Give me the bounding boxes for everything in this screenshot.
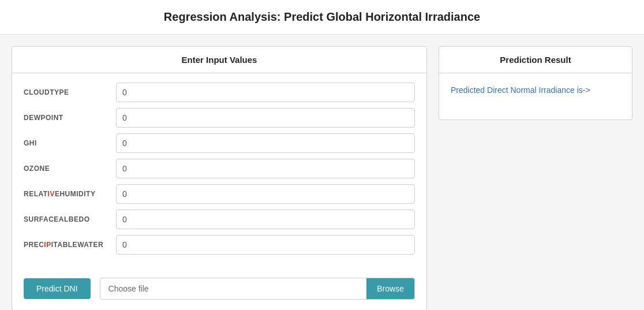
- label-precipitablewater: PRECIPITABLEWATER: [24, 241, 116, 249]
- highlight-relativehumidity: IV: [48, 190, 55, 198]
- page-header: Regression Analysis: Predict Global Hori…: [0, 0, 644, 35]
- field-row-dewpoint: DEWPOINT: [24, 108, 415, 128]
- field-row-relativehumidity: RELATIVEHUMIDITY: [24, 184, 415, 204]
- result-text: Predicted Direct Normal Irradiance is->: [451, 85, 590, 95]
- input-cloudtype[interactable]: [116, 83, 415, 102]
- input-fields: CLOUDTYPE DEWPOINT GHI OZONE RELATIVEHUM…: [12, 73, 426, 270]
- input-ghi[interactable]: [116, 133, 415, 153]
- input-precipitablewater[interactable]: [116, 235, 415, 255]
- highlight-precipitablewater: IP: [44, 241, 51, 249]
- label-ghi: GHI: [24, 139, 116, 147]
- actions-row: Predict DNI Choose file Browse: [12, 270, 426, 310]
- field-row-surfacealbedo: SURFACEALBEDO: [24, 210, 415, 229]
- input-panel: Enter Input Values CLOUDTYPE DEWPOINT GH…: [12, 46, 427, 310]
- result-panel: Prediction Result Predicted Direct Norma…: [439, 46, 632, 120]
- result-content: Predicted Direct Normal Irradiance is->: [439, 73, 632, 119]
- field-row-ozone: OZONE: [24, 159, 415, 178]
- label-ozone: OZONE: [24, 165, 116, 173]
- label-surfacealbedo: SURFACEALBEDO: [24, 215, 116, 223]
- input-surfacealbedo[interactable]: [116, 210, 415, 229]
- file-input-wrapper: Choose file Browse: [100, 278, 415, 300]
- page-title: Regression Analysis: Predict Global Hori…: [12, 10, 632, 24]
- choose-file-label[interactable]: Choose file: [100, 279, 367, 298]
- input-ozone[interactable]: [116, 159, 415, 178]
- input-panel-heading: Enter Input Values: [12, 47, 426, 73]
- result-panel-heading: Prediction Result: [439, 47, 632, 73]
- field-row-ghi: GHI: [24, 133, 415, 153]
- label-relativehumidity: RELATIVEHUMIDITY: [24, 190, 116, 198]
- main-content: Enter Input Values CLOUDTYPE DEWPOINT GH…: [0, 35, 644, 310]
- browse-button[interactable]: Browse: [366, 278, 414, 299]
- field-row-precipitablewater: PRECIPITABLEWATER: [24, 235, 415, 255]
- input-relativehumidity[interactable]: [116, 184, 415, 204]
- label-dewpoint: DEWPOINT: [24, 114, 116, 122]
- input-dewpoint[interactable]: [116, 108, 415, 128]
- field-row-cloudtype: CLOUDTYPE: [24, 83, 415, 102]
- predict-dni-button[interactable]: Predict DNI: [24, 278, 91, 299]
- label-cloudtype: CLOUDTYPE: [24, 88, 116, 96]
